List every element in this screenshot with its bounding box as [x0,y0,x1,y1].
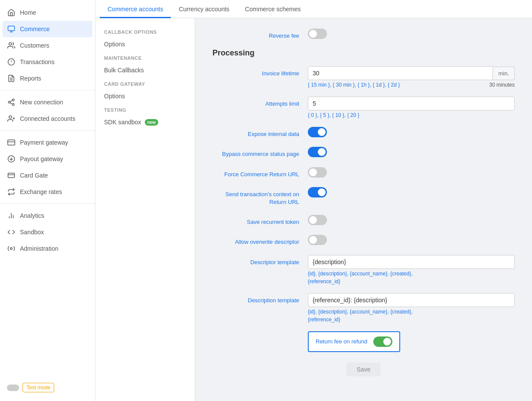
save-recurrent-toggle[interactable] [308,215,327,225]
send-transaction-toggle[interactable] [308,187,327,197]
analytics-icon [7,211,16,220]
sidebar-item-label: Administration [20,245,59,252]
sec-item-options-2[interactable]: Options [95,89,195,103]
expose-internal-label: Expose internal data [212,127,308,138]
sidebar-item-transactions[interactable]: Transactions [0,54,95,70]
home-icon [7,8,16,17]
sidebar-item-label: Exchange rates [20,188,62,195]
sidebar-item-administration[interactable]: Administration [0,240,95,257]
attempts-hints: { 0 }, { 5 }, { 10 }, { 20 } [308,112,515,118]
top-tabs: Commerce accounts Currency accounts Comm… [95,0,532,18]
descriptor-template-label: Descriptor template [212,255,308,266]
attempts-limit-control: { 0 }, { 5 }, { 10 }, { 20 } [308,97,515,118]
descriptor-template-input[interactable] [308,255,515,269]
force-commerce-slider [308,167,327,178]
save-recurrent-slider [308,215,327,225]
sidebar-item-customers[interactable]: Customers [0,37,95,54]
svg-rect-22 [8,173,15,178]
reverse-fee-toggle[interactable] [308,29,327,39]
sidebar-item-label: Transactions [20,58,55,65]
sidebar-item-connected-accounts[interactable]: Connected accounts [0,110,95,127]
sidebar-item-new-connection[interactable]: New connection [0,94,95,110]
sidebar-item-label: New connection [20,99,63,106]
save-row: Save [212,362,515,376]
return-fee-control: Return fee on refund [308,331,515,352]
bypass-commerce-label: Bypass commerce status page [212,147,308,158]
secondary-sidebar: CALLBACK OPTIONS Options MAINTENANCE Bul… [95,18,195,401]
sec-item-sdk-sandbox[interactable]: SDK sandbox new [95,115,195,129]
allow-overwrite-toggle[interactable] [308,235,327,245]
processing-title: Processing [212,49,515,58]
sidebar-item-exchange-rates[interactable]: Exchange rates [0,184,95,200]
return-fee-row: Return fee on refund [212,331,515,352]
sidebar: Home Commerce Customers Transactions Rep… [0,0,95,401]
sidebar-item-sandbox[interactable]: Sandbox [0,224,95,240]
descriptor-template-row: Descriptor template {id}, {description},… [212,255,515,285]
description-template-input[interactable] [308,293,515,307]
divider-1 [0,90,95,91]
svg-point-12 [12,103,14,106]
sec-section-card-gateway: CARD GATEWAY [95,77,195,89]
commerce-icon [7,25,16,33]
reports-icon [7,74,16,83]
invoice-lifetime-label: Invoice lifetime [212,66,308,78]
invoice-lifetime-input[interactable] [308,66,493,80]
force-commerce-toggle[interactable] [308,167,327,178]
svg-point-15 [9,116,12,118]
return-fee-label: Return fee on refund [316,338,367,345]
divider-3 [0,204,95,204]
svg-point-27 [10,248,13,250]
sec-item-options-1[interactable]: Options [95,37,195,51]
sidebar-item-payment-gateway[interactable]: Payment gateway [0,134,95,151]
divider-2 [0,130,95,131]
sec-item-bulk-callbacks[interactable]: Bulk Callbacks [95,63,195,77]
reverse-fee-label: Reverse fee [212,29,308,40]
sidebar-item-label: Card Gate [20,172,48,179]
tab-currency-accounts[interactable]: Currency accounts [171,1,237,18]
sidebar-item-label: Customers [20,42,49,49]
sec-section-maintenance: MAINTENANCE [95,51,195,63]
description-hints-1: {id}, {description}, {account_name}, {cr… [308,309,515,315]
reverse-fee-slider [308,29,327,39]
descriptor-hints-1: {id}, {description}, {account_name}, {cr… [308,271,515,277]
sidebar-item-commerce[interactable]: Commerce [3,21,92,37]
force-commerce-label: Force Commerce Return URL [212,167,308,178]
invoice-right: 30 minutes [489,82,515,88]
allow-overwrite-label: Allow overwrite descriptor [212,235,308,246]
sidebar-item-card-gate[interactable]: Card Gate [0,167,95,184]
content-area: CALLBACK OPTIONS Options MAINTENANCE Bul… [95,18,532,401]
reverse-fee-control [308,29,515,39]
sidebar-item-label: Connected accounts [20,115,75,122]
tab-commerce-schemes[interactable]: Commerce schemes [237,1,308,18]
sidebar-item-payout-gateway[interactable]: Payout gateway [0,151,95,167]
expose-internal-toggle[interactable] [308,127,327,137]
sidebar-item-label: Home [20,9,36,16]
return-fee-toggle[interactable] [373,336,392,347]
descriptor-template-control: {id}, {description}, {account_name}, {cr… [308,255,515,285]
sidebar-item-analytics[interactable]: Analytics [0,207,95,224]
sidebar-item-label: Reports [20,75,41,82]
sidebar-item-label: Sandbox [20,229,44,236]
description-hints-2: {reference_id} [308,317,515,323]
force-commerce-row: Force Commerce Return URL [212,167,515,178]
expose-internal-control [308,127,515,137]
payment-gateway-icon [7,138,16,147]
invoice-hints-row: { 15 min }, { 30 min }, { 1h }, { 1d }, … [308,80,515,88]
card-gate-icon [7,171,16,180]
attempts-limit-input[interactable] [308,97,515,110]
svg-rect-18 [8,140,15,145]
bypass-commerce-toggle[interactable] [308,147,327,157]
invoice-hints: { 15 min }, { 30 min }, { 1h }, { 1d }, … [308,82,400,88]
svg-line-14 [10,100,12,102]
test-mode-toggle[interactable] [7,385,19,391]
bypass-commerce-row: Bypass commerce status page [212,147,515,158]
sidebar-item-home[interactable]: Home [0,4,95,21]
save-button[interactable]: Save [346,362,381,376]
test-mode-button[interactable]: Test mode [23,383,54,392]
send-transaction-label: Send transaction's context on Return URL [212,187,308,206]
svg-point-3 [9,42,12,45]
sec-section-testing: TESTING [95,103,195,115]
sidebar-item-reports[interactable]: Reports [0,70,95,87]
attempts-limit-row: Attempts limit { 0 }, { 5 }, { 10 }, { 2… [212,97,515,118]
tab-commerce-accounts[interactable]: Commerce accounts [100,1,171,18]
